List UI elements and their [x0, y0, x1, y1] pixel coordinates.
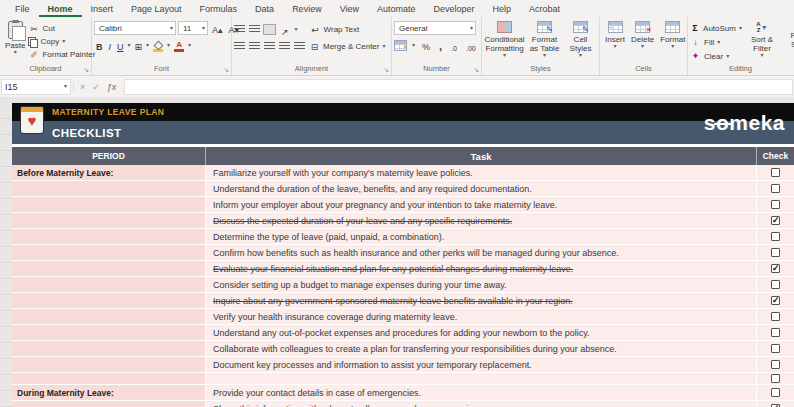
task-checkbox[interactable]	[771, 168, 780, 177]
task-cell[interactable]: Verify your health insurance coverage du…	[206, 309, 757, 325]
cut-button[interactable]: ✂Cut	[28, 22, 95, 35]
copy-button[interactable]: Copy▾	[28, 35, 95, 48]
task-cell[interactable]: Determine the type of leave (paid, unpai…	[206, 229, 757, 245]
borders-button[interactable]: ⊞	[133, 38, 145, 52]
tab-home[interactable]: Home	[39, 2, 82, 17]
task-cell[interactable]: Evaluate your financial situation and pl…	[206, 261, 757, 277]
bold-button[interactable]: B	[94, 38, 105, 52]
task-checkbox[interactable]	[771, 374, 780, 383]
conditional-formatting-button[interactable]: Conditional Formatting▾	[486, 19, 524, 60]
period-cell[interactable]	[12, 325, 206, 341]
tab-developer[interactable]: Developer	[425, 2, 484, 17]
task-checkbox[interactable]	[771, 232, 780, 241]
period-cell[interactable]	[12, 293, 206, 309]
font-name-combobox[interactable]: Calibri▾	[94, 21, 176, 35]
increase-indent-icon[interactable]	[294, 42, 305, 51]
period-cell[interactable]: Before Maternity Leave:	[12, 165, 206, 181]
task-cell[interactable]: Discuss the expected duration of your le…	[206, 213, 757, 229]
formula-input[interactable]	[124, 79, 793, 95]
find-select-button[interactable]: Find & Select▾	[782, 19, 794, 56]
tab-file[interactable]: File	[6, 2, 39, 17]
period-cell[interactable]: During Maternity Leave:	[12, 385, 206, 401]
period-cell[interactable]	[12, 261, 206, 277]
percent-style-button[interactable]: %	[420, 38, 432, 52]
format-cells-button[interactable]: Format▾	[657, 19, 688, 51]
task-checkbox[interactable]	[771, 312, 780, 321]
task-checkbox[interactable]	[771, 184, 780, 193]
header-task[interactable]: Task	[206, 147, 757, 165]
insert-cells-button[interactable]: → Insert▾	[602, 19, 628, 51]
tab-page-layout[interactable]: Page Layout	[122, 2, 191, 17]
font-dialog-launcher[interactable]: ↘	[223, 66, 229, 74]
decrease-indent-icon[interactable]	[279, 42, 290, 51]
paste-button[interactable]: Paste ▾	[2, 19, 28, 57]
align-top-icon[interactable]	[234, 25, 245, 34]
header-period[interactable]: PERIOD	[12, 147, 206, 165]
task-cell[interactable]: Inform your employer about your pregnanc…	[206, 197, 757, 213]
align-bottom-icon[interactable]	[264, 25, 275, 34]
task-cell[interactable]: Familiarize yourself with your company's…	[206, 165, 757, 181]
fill-color-button[interactable]	[151, 38, 165, 52]
format-as-table-button[interactable]: ✎ Format as Table▾	[527, 19, 563, 60]
task-checkbox[interactable]	[771, 248, 780, 257]
task-checkbox[interactable]	[771, 344, 780, 353]
align-right-icon[interactable]	[264, 42, 275, 51]
task-checkbox[interactable]	[771, 280, 780, 289]
tab-view[interactable]: View	[331, 2, 368, 17]
accounting-format-icon[interactable]: ▪	[394, 40, 407, 51]
increase-decimal-button[interactable]: .0	[449, 38, 459, 52]
period-cell[interactable]	[12, 181, 206, 197]
period-cell[interactable]	[12, 213, 206, 229]
period-cell[interactable]	[12, 197, 206, 213]
orientation-button[interactable]: ↗	[279, 23, 291, 37]
task-cell[interactable]: Understand any out-of-pocket expenses an…	[206, 325, 757, 341]
tab-help[interactable]: Help	[484, 2, 521, 17]
period-cell[interactable]	[12, 357, 206, 373]
cell-styles-button[interactable]: ✎ Cell Styles▾	[566, 19, 596, 60]
task-cell[interactable]: Consider setting up a budget to manage e…	[206, 277, 757, 293]
task-checkbox[interactable]: ✓	[771, 264, 780, 273]
insert-function-icon[interactable]: ƒx	[107, 82, 117, 92]
task-checkbox[interactable]	[771, 360, 780, 369]
confirm-entry-icon[interactable]: ✓	[92, 82, 100, 92]
task-cell[interactable]: Confirm how benefits such as health insu…	[206, 245, 757, 261]
tab-insert[interactable]: Insert	[82, 2, 123, 17]
font-color-button[interactable]: A	[172, 38, 186, 52]
task-cell[interactable]: Collaborate with colleagues to create a …	[206, 341, 757, 357]
task-cell[interactable]: Provide your contact details in case of …	[206, 385, 757, 401]
task-checkbox[interactable]	[771, 388, 780, 397]
task-cell[interactable]: Inquire about any government-sponsored m…	[206, 293, 757, 309]
tab-formulas[interactable]: Formulas	[191, 2, 247, 17]
alignment-dialog-launcher[interactable]: ↘	[383, 66, 389, 74]
font-size-combobox[interactable]: 11▾	[178, 21, 208, 35]
task-cell[interactable]: Share this information with relevant col…	[206, 401, 757, 407]
task-checkbox[interactable]: ✓	[771, 216, 780, 225]
cancel-entry-icon[interactable]: ×	[80, 82, 85, 92]
period-cell[interactable]	[12, 229, 206, 245]
grow-font-button[interactable]: A▴	[210, 21, 225, 35]
format-painter-button[interactable]: ✐Format Painter	[28, 48, 95, 61]
period-cell[interactable]	[12, 277, 206, 293]
underline-button[interactable]: U	[115, 38, 126, 52]
tab-review[interactable]: Review	[283, 2, 331, 17]
tab-automate[interactable]: Automate	[368, 2, 425, 17]
fill-button[interactable]: ↓Fill▾	[690, 35, 742, 49]
task-checkbox[interactable]: ✓	[771, 296, 780, 305]
align-center-icon[interactable]	[249, 42, 260, 51]
task-cell[interactable]	[206, 373, 757, 385]
number-dialog-launcher[interactable]: ↘	[473, 66, 479, 74]
header-check[interactable]: Check	[757, 147, 794, 165]
tab-acrobat[interactable]: Acrobat	[520, 2, 569, 17]
clear-button[interactable]: ✦Clear▾	[690, 49, 742, 63]
period-cell[interactable]	[12, 245, 206, 261]
comma-style-button[interactable]: ,	[437, 38, 444, 52]
number-format-combobox[interactable]: General▾	[394, 21, 476, 35]
decrease-decimal-button[interactable]: .00	[464, 38, 478, 52]
period-cell[interactable]	[12, 401, 206, 407]
period-cell[interactable]	[12, 341, 206, 357]
clipboard-dialog-launcher[interactable]: ↘	[83, 66, 89, 74]
wrap-text-button[interactable]: ↩Wrap Text	[310, 23, 360, 36]
align-middle-icon[interactable]	[249, 25, 260, 34]
task-cell[interactable]: Document key processes and information t…	[206, 357, 757, 373]
period-cell[interactable]	[12, 373, 206, 385]
